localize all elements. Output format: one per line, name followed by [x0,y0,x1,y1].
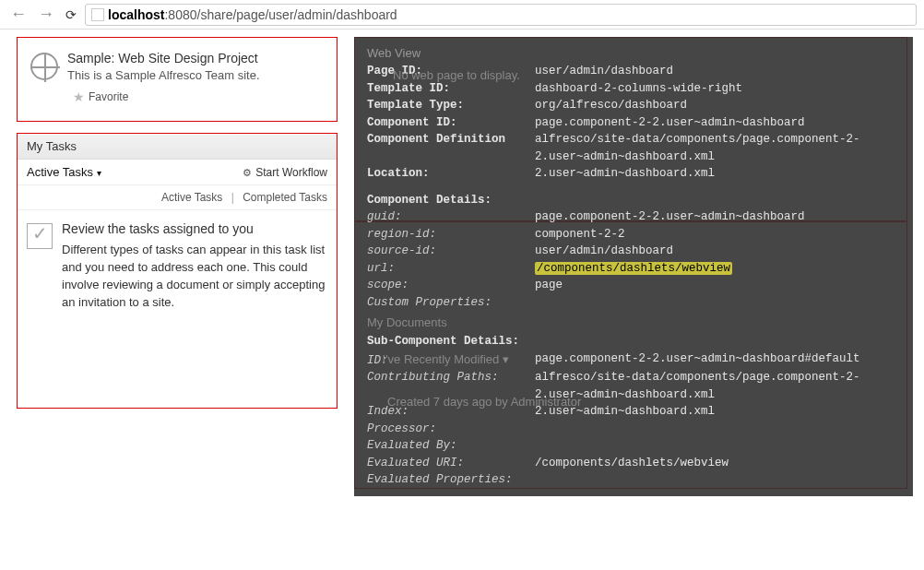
active-tasks-label: Active Tasks [27,165,93,179]
v-page-id: user/admin/dashboard [535,63,673,80]
v-id: page.component-2-2.user~admin~dashboard#… [535,350,860,370]
k-eval-by: Evaluated By: [367,437,535,455]
workflow-icon [243,166,252,179]
k-component-id: Component ID: [367,114,535,132]
browser-toolbar: ← → ⟳ localhost:8080/share/page/user/adm… [0,0,924,30]
checklist-icon [27,223,53,249]
site-dashlet: Sample: Web Site Design Project This is … [17,37,338,122]
my-documents-label: My Documents [367,314,900,331]
tab-completed-tasks[interactable]: Completed Tasks [243,191,327,204]
k-guid: guid: [367,208,535,226]
start-workflow-label: Start Workflow [255,166,327,179]
star-icon: ★ [73,89,85,104]
v-source-id: user/admin/dashboard [535,243,673,260]
subcomponent-header: Sub-Component Details: [367,333,535,350]
k-scope: scope: [367,277,535,294]
left-column: Sample: Web Site Design Project This is … [17,37,338,409]
task-tabs: Active Tasks | Completed Tasks [18,185,337,210]
tab-active-tasks[interactable]: Active Tasks [161,191,222,204]
webview-header: Web View [367,44,900,62]
k-eval-props: Evaluated Properties: [367,471,535,489]
my-tasks-subbar: Active Tasks ▾ Start Workflow [18,160,337,185]
favorite-label: Favorite [89,90,128,103]
v-template-type: org/alfresco/dashboard [535,97,687,114]
task-empty-desc: Different types of tasks can appear in t… [62,242,327,311]
no-page-text: No web page to display. [393,66,520,84]
site-title[interactable]: Sample: Web Site Design Project [67,51,260,65]
v-eval-uri: /components/dashlets/webview [535,455,729,472]
back-button[interactable]: ← [7,5,30,24]
v-location: 2.user~admin~dashboard.xml [535,165,715,183]
k-eval-uri: Evaluated URI: [367,455,535,472]
v-contrib: alfresco/site-data/components/page.compo… [535,369,900,403]
recently-modified-text: I've Recently Modified ▾ [383,352,509,366]
url-path: :8080/share/page/user/admin/dashboard [164,7,397,22]
k-region-id: region-id: [367,226,535,243]
globe-icon [30,53,58,80]
task-empty-body: Review the tasks assigned to you Differe… [18,210,337,329]
my-tasks-dashlet: My Tasks Active Tasks ▾ Start Workflow A… [17,133,338,409]
my-tasks-header: My Tasks [18,134,337,160]
url-host: localhost [108,7,164,22]
site-description: This is a Sample Alfresco Team site. [67,68,260,82]
k-source-id: source-id: [367,243,535,260]
active-tasks-dropdown[interactable]: Active Tasks ▾ [27,165,101,179]
k-id: ID:I've Recently Modified ▾ [367,350,535,370]
start-workflow-button[interactable]: Start Workflow [243,166,327,179]
page-body: Sample: Web Site Design Project This is … [0,30,924,496]
right-column: Web View Page ID:user/admin/dashboard No… [354,37,907,489]
v-template-id: dashboard-2-columns-wide-right [535,80,742,98]
v-scope: page [535,277,563,294]
favorite-toggle[interactable]: ★ Favorite [73,89,260,104]
site-info: Sample: Web Site Design Project This is … [67,51,260,104]
v-region-id: component-2-2 [535,226,625,243]
v-component-id: page.component-2-2.user~admin~dashboard [535,114,805,132]
k-location: Location: [367,165,535,183]
k-processor: Processor: [367,421,535,438]
url-bar[interactable]: localhost:8080/share/page/user/admin/das… [85,4,917,26]
page-icon [91,8,104,21]
v-url: /components/dashlets/webview [535,262,732,275]
component-details-header: Component Details: [367,192,900,209]
created-ago-text: Created 7 days ago by Administrator [387,393,581,410]
v-guid: page.component-2-2.user~admin~dashboard [535,208,805,226]
k-component-def: Component Definition [367,131,535,165]
surf-debug-overlay: Web View Page ID:user/admin/dashboard No… [354,37,913,496]
task-empty-title: Review the tasks assigned to you [62,221,327,236]
url-text: localhost:8080/share/page/user/admin/das… [108,7,397,22]
reload-button[interactable]: ⟳ [63,7,79,22]
forward-button[interactable]: → [35,5,57,24]
k-url: url: [367,260,535,278]
v-component-def: alfresco/site-data/components/page.compo… [535,131,900,165]
k-template-type: Template Type: [367,97,535,114]
k-custom-props: Custom Properties: [367,294,535,312]
